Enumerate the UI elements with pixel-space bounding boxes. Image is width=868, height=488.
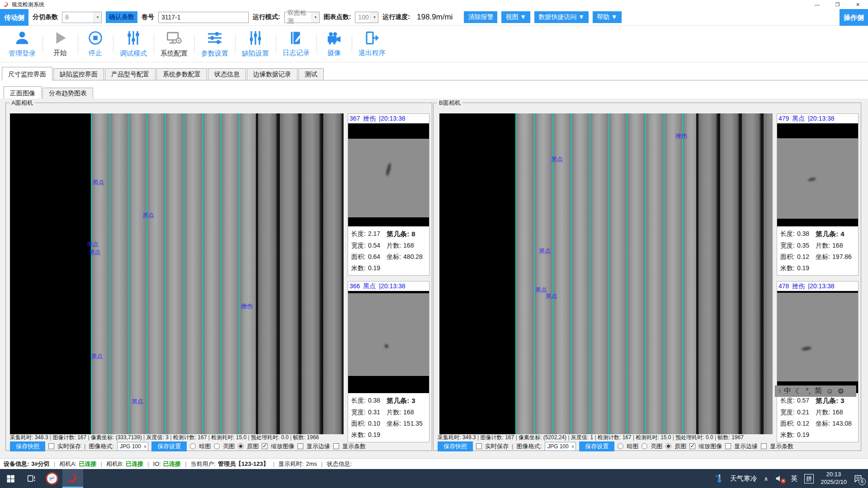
- ime-fullwidth-icon[interactable]: ☾: [795, 387, 802, 395]
- maximize-button[interactable]: ❐: [827, 0, 848, 9]
- defect-thumbnail[interactable]: [348, 291, 429, 393]
- capture-button[interactable]: 摄像: [316, 26, 352, 62]
- drive-side-button[interactable]: 传动侧: [0, 9, 28, 26]
- operator-side-button[interactable]: 操作侧: [840, 9, 868, 26]
- subtab-distribution-chart[interactable]: 分布趋势图表: [42, 88, 93, 99]
- defect-header: 479 黑点 |20:13:38: [777, 114, 858, 123]
- defect-annotation: 黑点: [539, 247, 551, 255]
- stop-button[interactable]: 停止: [78, 26, 113, 62]
- defect-annotation: 黑点: [87, 240, 99, 249]
- slit-count-dropdown[interactable]: 8 ▼: [62, 12, 102, 23]
- action-label: 开始: [53, 49, 67, 57]
- dark-image-radio[interactable]: [190, 443, 196, 449]
- show-count-checkbox[interactable]: [333, 443, 339, 449]
- camera-a-image[interactable]: 黑点 黑点 黑点 黑点 挫伤 黑点 黑点: [10, 113, 344, 434]
- log-record-button[interactable]: 日志记录: [276, 26, 316, 62]
- window-title: 视觉检测系统: [12, 1, 44, 9]
- ime-emoji-icon[interactable]: ☺: [826, 387, 833, 395]
- defect-header: 478 挫伤 |20:13:38: [777, 282, 858, 291]
- action-center-button[interactable]: 6: [854, 474, 863, 483]
- camera-b-defect-sidebar: 479 黑点 |20:13:38 长度:0.38 第几条:4 宽度:0.35 片…: [777, 113, 859, 448]
- run-mode-label: 运行模式:: [253, 13, 280, 21]
- chart-points-value: 100: [358, 14, 368, 21]
- image-format-dropdown[interactable]: JPG 100∨: [117, 442, 148, 451]
- ime-punctuation-button[interactable]: °,: [806, 387, 811, 395]
- ime-chinese-mode-button[interactable]: 中: [784, 386, 791, 396]
- save-settings-button[interactable]: 保存设置: [151, 441, 187, 451]
- hidden-icons-chevron[interactable]: ∧: [764, 475, 769, 482]
- defect-settings-button[interactable]: 缺陷设置: [235, 26, 276, 62]
- run-speed-value: 198.9m/mi: [414, 12, 455, 22]
- ime-settings-gear-icon[interactable]: ⚙: [838, 387, 844, 395]
- volume-muted-icon[interactable]: ✕: [775, 474, 784, 483]
- view-menu-button[interactable]: 视图 ▼: [501, 11, 530, 23]
- close-button[interactable]: ✕: [848, 0, 868, 9]
- run-mode-dropdown[interactable]: 双面检测 ▼: [284, 12, 320, 23]
- sliders-vertical-icon: [125, 30, 142, 46]
- ime-simplified-button[interactable]: 简: [815, 386, 822, 396]
- show-edge-checkbox[interactable]: [297, 443, 303, 449]
- ime-grip[interactable]: ‖: [778, 388, 780, 394]
- zoom-image-checkbox[interactable]: [689, 443, 695, 449]
- camera-b-status-value: 已连接: [126, 460, 143, 468]
- original-image-radio[interactable]: [665, 443, 671, 449]
- tab-size-monitor[interactable]: 尺寸监控界面: [2, 67, 52, 80]
- realtime-save-checkbox[interactable]: [48, 443, 54, 449]
- show-count-checkbox[interactable]: [761, 443, 767, 449]
- language-indicator[interactable]: 英: [791, 474, 797, 483]
- io-status-label: IO:: [153, 460, 161, 467]
- defect-annotation: 挫伤: [675, 132, 687, 140]
- tab-test[interactable]: 测试: [298, 68, 324, 80]
- camera-a-controls: 保存快照 实时保存 | 图像格式: JPG 100∨ 保存设置 暗图 亮图 原图…: [10, 441, 366, 451]
- clock[interactable]: 20:13 2025/2/10: [821, 471, 847, 486]
- chart-points-dropdown[interactable]: 100 ▼: [355, 12, 378, 23]
- defect-type: 黑点: [363, 282, 376, 291]
- help-menu-button[interactable]: 帮助 ▼: [593, 11, 622, 23]
- realtime-save-checkbox[interactable]: [476, 443, 482, 449]
- start-button[interactable]: [0, 469, 21, 488]
- show-edge-checkbox[interactable]: [725, 443, 731, 449]
- save-snapshot-button[interactable]: 保存快照: [10, 441, 45, 451]
- bright-image-radio[interactable]: [214, 443, 220, 449]
- start-button[interactable]: 开始: [42, 26, 78, 62]
- weather-text[interactable]: 天气寒冷: [730, 474, 757, 483]
- tab-product-model-config[interactable]: 产品型号配置: [105, 68, 156, 80]
- debug-mode-button[interactable]: 调试模式: [113, 26, 154, 62]
- tab-edge-data-record[interactable]: 边缘数据记录: [247, 68, 297, 80]
- minimize-button[interactable]: —: [807, 0, 827, 9]
- image-format-dropdown[interactable]: JPG 100∨: [545, 442, 576, 451]
- ime-mode-indicator[interactable]: 拼: [804, 474, 814, 483]
- defect-thumbnail[interactable]: [777, 291, 858, 393]
- tab-system-param-config[interactable]: 系统参数配置: [156, 68, 207, 80]
- device-info-label: 设备信息:: [4, 460, 29, 468]
- camera-b-image[interactable]: 挫伤 黑点 黑点 黑点 黑点: [439, 113, 773, 434]
- defect-thumbnail[interactable]: [348, 123, 429, 226]
- task-view-button[interactable]: [21, 469, 42, 488]
- system-config-button[interactable]: 系统配置: [154, 26, 194, 62]
- subtab-front-image[interactable]: 正面图像: [4, 86, 42, 99]
- vision-app-button[interactable]: [62, 469, 83, 488]
- admin-login-button[interactable]: 管理登录: [2, 26, 42, 62]
- defect-annotation: 黑点: [551, 155, 563, 164]
- snipping-app-button[interactable]: ✂: [42, 469, 62, 488]
- tab-defect-monitor[interactable]: 缺陷监控界面: [53, 68, 104, 80]
- bright-image-radio[interactable]: [642, 443, 647, 449]
- action-label: 日志记录: [283, 49, 310, 57]
- defect-thumbnail[interactable]: [777, 123, 858, 226]
- defect-info: 长度:0.57 第几条:3 宽度:0.21 片数:168 面积:0.12 坐标:…: [777, 393, 858, 442]
- clear-alarm-button[interactable]: 清除报警: [464, 11, 497, 23]
- save-snapshot-button[interactable]: 保存快照: [438, 441, 473, 451]
- original-image-radio[interactable]: [238, 443, 244, 449]
- roll-number-input[interactable]: 3117-1: [158, 12, 249, 23]
- exit-program-button[interactable]: 退出程序: [352, 26, 392, 62]
- data-quick-access-menu-button[interactable]: 数据快捷访问 ▼: [534, 11, 589, 23]
- dark-image-radio[interactable]: [618, 443, 623, 449]
- zoom-image-checkbox[interactable]: [262, 443, 268, 449]
- tab-status-info[interactable]: 状态信息: [208, 68, 246, 80]
- action-label: 系统配置: [160, 49, 188, 58]
- defect-header: 367 挫伤 |20:13:38: [348, 114, 429, 123]
- parameter-settings-button[interactable]: 参数设置: [194, 26, 235, 62]
- confirm-count-button[interactable]: 确认条数: [106, 11, 137, 23]
- show-count-label: 显示条数: [770, 442, 793, 450]
- save-settings-button[interactable]: 保存设置: [579, 441, 614, 451]
